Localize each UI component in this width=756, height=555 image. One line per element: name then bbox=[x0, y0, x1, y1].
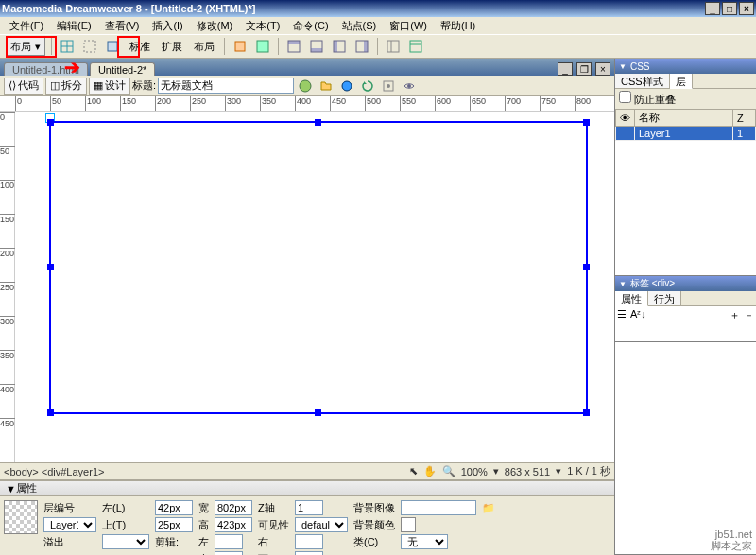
resize-handle-sw[interactable] bbox=[47, 409, 54, 416]
col-z[interactable]: Z bbox=[733, 110, 756, 127]
left-input[interactable] bbox=[155, 500, 193, 515]
col-name[interactable]: 名称 bbox=[635, 110, 733, 127]
menu-window[interactable]: 窗口(W) bbox=[384, 18, 433, 34]
resize-handle-se[interactable] bbox=[583, 409, 590, 416]
menu-file[interactable]: 文件(F) bbox=[4, 18, 49, 34]
menu-edit[interactable]: 编辑(E) bbox=[51, 18, 97, 34]
app-title: Macromedia Dreamweaver 8 - [Untitled-2 (… bbox=[2, 3, 255, 14]
eye-column-icon[interactable]: 👁 bbox=[616, 110, 635, 127]
tab-behaviors[interactable]: 行为 bbox=[648, 291, 681, 305]
left-label: 左(L) bbox=[102, 501, 149, 515]
mode-layout[interactable]: 布局 bbox=[190, 38, 218, 55]
height-input[interactable] bbox=[215, 517, 252, 532]
tag-panel-header[interactable]: 标签 <div> bbox=[615, 276, 756, 291]
list-view-icon[interactable]: ☰ bbox=[617, 308, 627, 339]
z-label: Z轴 bbox=[258, 501, 289, 515]
doc-close[interactable]: × bbox=[595, 62, 610, 76]
hand-tool-icon[interactable]: ✋ bbox=[423, 465, 437, 477]
tab-css-styles[interactable]: CSS样式 bbox=[615, 74, 670, 88]
layer-id-select[interactable]: Layer1 bbox=[43, 517, 96, 532]
view-options-icon[interactable] bbox=[379, 77, 398, 95]
tabular-icon[interactable] bbox=[406, 37, 425, 56]
col-left-icon[interactable] bbox=[330, 37, 349, 56]
tag-selector[interactable]: <body> <div#Layer1> bbox=[4, 466, 104, 477]
clip-bottom-input[interactable] bbox=[295, 551, 323, 555]
insert-category-dropdown[interactable]: 布局 ▾ bbox=[6, 37, 45, 56]
prevent-overlap-checkbox[interactable]: 防止重叠 bbox=[619, 94, 676, 105]
clip-top-input[interactable] bbox=[215, 551, 243, 555]
vis-select[interactable]: default bbox=[295, 517, 348, 532]
tab-layers[interactable]: 层 bbox=[670, 74, 693, 89]
frame-icon[interactable] bbox=[384, 37, 403, 56]
close-button[interactable]: × bbox=[739, 2, 754, 15]
design-canvas[interactable] bbox=[15, 112, 614, 462]
cell-icon[interactable] bbox=[231, 37, 249, 56]
doc-restore[interactable]: ❐ bbox=[576, 62, 592, 76]
resize-handle-e[interactable] bbox=[583, 264, 590, 270]
refresh-icon[interactable] bbox=[358, 77, 377, 95]
layer-id-label: 层编号 bbox=[43, 501, 96, 515]
code-view-button[interactable]: ⟨⟩代码 bbox=[4, 78, 43, 95]
layer-row-layer1[interactable]: Layer11 bbox=[616, 127, 756, 141]
layer-thumbnail-icon bbox=[4, 500, 38, 534]
preview-icon[interactable] bbox=[337, 77, 356, 95]
status-bar: <body> <div#Layer1> ⬉ ✋ 🔍 100%▾ 863 x 51… bbox=[0, 462, 614, 479]
properties-header[interactable]: ▼ 属性 bbox=[0, 481, 614, 496]
z-input[interactable] bbox=[295, 500, 323, 515]
menu-site[interactable]: 站点(S) bbox=[336, 18, 383, 34]
layer1-outline[interactable] bbox=[49, 121, 588, 414]
mode-extended[interactable]: 扩展 bbox=[158, 38, 186, 55]
css-panel-header[interactable]: CSS bbox=[615, 59, 756, 74]
width-input[interactable] bbox=[215, 500, 252, 515]
zoom-level[interactable]: 100% bbox=[461, 466, 488, 477]
col-right-icon[interactable] bbox=[352, 37, 371, 56]
validate-icon[interactable] bbox=[296, 77, 315, 95]
vis-label: 可见性 bbox=[258, 518, 289, 532]
mode-standard[interactable]: 标准 bbox=[126, 38, 154, 55]
zoom-tool-icon[interactable]: 🔍 bbox=[442, 465, 455, 477]
split-view-button[interactable]: ◫拆分 bbox=[45, 78, 87, 95]
clip-left-input[interactable] bbox=[215, 534, 243, 549]
window-size[interactable]: 863 x 511 bbox=[505, 466, 550, 477]
resize-handle-n[interactable] bbox=[315, 119, 321, 126]
lower-panel bbox=[615, 342, 756, 555]
row-bottom-icon[interactable] bbox=[307, 37, 326, 56]
bgimg-input[interactable] bbox=[401, 500, 476, 515]
menu-text[interactable]: 文本(T) bbox=[240, 18, 285, 34]
row-top-icon[interactable] bbox=[284, 37, 303, 56]
category-view-icon[interactable]: Aᶻ↓ bbox=[630, 308, 646, 339]
file-mgmt-icon[interactable] bbox=[317, 77, 335, 95]
tab-attributes[interactable]: 属性 bbox=[615, 291, 648, 306]
menu-insert[interactable]: 插入(I) bbox=[146, 18, 188, 34]
visual-aids-icon[interactable] bbox=[400, 77, 419, 95]
design-view-button[interactable]: ▦设计 bbox=[89, 78, 130, 95]
tab-untitled-2[interactable]: Untitled-2* bbox=[90, 62, 155, 76]
div-icon[interactable] bbox=[80, 37, 99, 56]
layer-icon[interactable] bbox=[103, 37, 122, 56]
top-input[interactable] bbox=[155, 517, 193, 532]
menu-help[interactable]: 帮助(H) bbox=[435, 18, 481, 34]
resize-handle-nw[interactable] bbox=[47, 119, 54, 126]
layout-table-icon[interactable] bbox=[253, 37, 272, 56]
class-select[interactable]: 无 bbox=[401, 534, 448, 549]
category-label: 布局 bbox=[10, 40, 31, 54]
page-title-input[interactable] bbox=[158, 78, 294, 94]
resize-handle-s[interactable] bbox=[315, 409, 321, 416]
resize-handle-ne[interactable] bbox=[583, 119, 590, 126]
pointer-tool-icon[interactable]: ⬉ bbox=[409, 465, 418, 477]
bgcolor-swatch[interactable] bbox=[401, 517, 416, 532]
table-icon[interactable] bbox=[58, 37, 77, 56]
tag-panel: 标签 <div> 属性 行为 ☰ Aᶻ↓ ＋ － bbox=[615, 276, 756, 342]
add-attr-icon[interactable]: ＋ bbox=[730, 308, 740, 339]
remove-attr-icon[interactable]: － bbox=[744, 308, 754, 339]
overflow-select[interactable] bbox=[102, 534, 149, 549]
minimize-button[interactable]: _ bbox=[705, 2, 720, 15]
menu-commands[interactable]: 命令(C) bbox=[287, 18, 334, 34]
maximize-button[interactable]: □ bbox=[722, 2, 737, 15]
folder-icon[interactable]: 📁 bbox=[482, 502, 495, 514]
doc-minimize[interactable]: _ bbox=[558, 62, 573, 76]
menu-modify[interactable]: 修改(M) bbox=[191, 18, 239, 34]
clip-right-input[interactable] bbox=[295, 534, 323, 549]
resize-handle-w[interactable] bbox=[47, 264, 54, 270]
menu-view[interactable]: 查看(V) bbox=[99, 18, 146, 34]
